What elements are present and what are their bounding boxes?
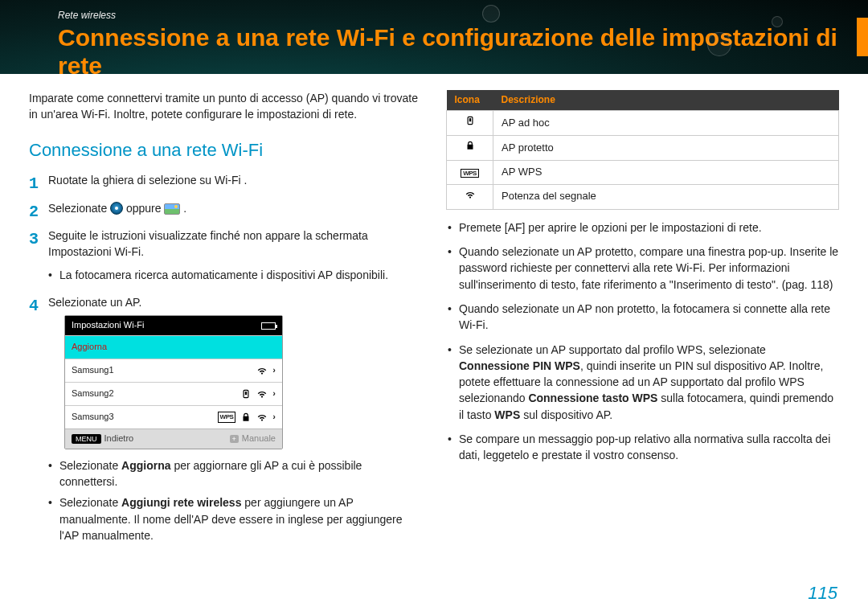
bullet-af: Premete [AF] per aprire le opzioni per l…: [446, 219, 839, 236]
ss-ap-name: Samsung1: [72, 364, 252, 377]
page-body: Imparate come connettervi tramite un pun…: [0, 74, 868, 555]
step-text: oppure: [126, 202, 164, 215]
step-text: Seguite le istruzioni visualizzate finch…: [48, 229, 368, 258]
ss-ap-name: Samsung3: [72, 411, 213, 424]
ss-title-bar: Impostazioni Wi-Fi: [65, 316, 282, 335]
step-text: Ruotate la ghiera di selezione su Wi-Fi …: [48, 174, 247, 187]
wps-icon: WPS: [461, 169, 479, 178]
chevron-right-icon: ›: [272, 364, 276, 377]
cell-desc: Potenza del segnale: [493, 184, 839, 209]
battery-icon: [261, 322, 276, 330]
cell-desc: AP protetto: [493, 136, 839, 161]
step-1: Ruotate la ghiera di selezione su Wi-Fi …: [29, 172, 422, 188]
step-2: Selezionate oppure .: [29, 200, 422, 216]
ss-back: MENUIndietro: [72, 433, 133, 445]
page-header: Rete wireless Connessione a una rete Wi-…: [0, 0, 868, 74]
ss-ap-row: Samsung1 ›: [65, 359, 282, 382]
section-tab-marker: [857, 18, 868, 56]
ss-manual: +Manuale: [230, 433, 276, 445]
step-text: .: [183, 202, 186, 215]
bullet-consent: Se compare un messaggio pop-up relativo …: [446, 431, 839, 464]
th-desc: Descrizione: [493, 90, 839, 111]
bullet-unprotected: Quando selezionate un AP non protetto, l…: [446, 301, 839, 334]
step-text: Selezionate un AP.: [48, 296, 142, 309]
step-3-sub: La fotocamera ricerca automaticamente i …: [48, 267, 422, 283]
ss-ap-name: Samsung2: [72, 387, 235, 400]
intro-text: Imparate come connettervi tramite un pun…: [29, 90, 422, 123]
svg-rect-3: [469, 118, 470, 121]
wifi-signal-icon: [256, 412, 268, 423]
lock-icon: [240, 412, 252, 423]
wifi-signal-icon: [256, 365, 268, 376]
chevron-right-icon: ›: [272, 411, 276, 424]
table-row: Potenza del segnale: [447, 184, 839, 209]
bokeh-circle: [707, 32, 731, 56]
ss-refresh-row: Aggiorna: [65, 335, 282, 359]
step-3: Seguite le istruzioni visualizzate finch…: [29, 228, 422, 283]
th-icon: Icona: [447, 90, 493, 111]
remote-viewfinder-icon: [110, 202, 123, 215]
ss-title: Impostazioni Wi-Fi: [72, 319, 144, 332]
right-bullets: Premete [AF] per aprire le opzioni per l…: [446, 219, 839, 464]
note-aggiorna: Selezionate Aggiorna per aggiornare gli …: [48, 457, 422, 490]
cell-desc: AP WPS: [493, 161, 839, 185]
note-aggiungi-rete: Selezionate Aggiungi rete wireless per a…: [48, 494, 422, 543]
bullet-wps: Se selezionate un AP supportato dal prof…: [446, 342, 839, 423]
icon-legend-table: Icona Descrizione AP ad hoc AP protetto …: [446, 90, 839, 210]
wps-icon: WPS: [218, 412, 236, 423]
af-key-label: AF: [508, 221, 522, 234]
breadcrumb: Rete wireless: [58, 10, 839, 21]
step-text: Selezionate: [48, 202, 110, 215]
adhoc-icon: [465, 115, 476, 126]
table-row: AP protetto: [447, 136, 839, 161]
table-row: AP ad hoc: [447, 111, 839, 136]
wifi-signal-icon: [256, 388, 268, 400]
wifi-signal-icon: [465, 189, 476, 200]
lock-icon: [465, 140, 476, 151]
ss-ap-row: Samsung3 WPS ›: [65, 405, 282, 428]
section-title: Connessione a una rete Wi-Fi: [29, 137, 422, 163]
plus-chip: +: [230, 435, 239, 443]
ss-refresh-label: Aggiorna: [72, 341, 276, 354]
left-column: Imparate come connettervi tramite un pun…: [29, 90, 422, 555]
ss-ap-row: Samsung2 ›: [65, 382, 282, 405]
chevron-right-icon: ›: [272, 387, 276, 400]
table-row: WPS AP WPS: [447, 161, 839, 185]
adhoc-icon: [240, 388, 252, 400]
bokeh-circle: [772, 16, 783, 27]
page-number: 115: [808, 583, 837, 604]
wifi-settings-screenshot: Impostazioni Wi-Fi Aggiorna Samsung1 › S…: [64, 315, 283, 449]
svg-rect-1: [245, 392, 247, 395]
photo-share-icon: [164, 203, 180, 215]
ss-footer: MENUIndietro +Manuale: [65, 428, 282, 449]
step-4: Selezionate un AP. Impostazioni Wi-Fi Ag…: [29, 294, 422, 543]
cell-desc: AP ad hoc: [493, 111, 839, 136]
bokeh-circle: [482, 5, 500, 23]
menu-chip: MENU: [72, 434, 101, 444]
bullet-protected: Quando selezionate un AP protetto, compa…: [446, 244, 839, 293]
right-column: Icona Descrizione AP ad hoc AP protetto …: [446, 90, 839, 555]
steps-list: Ruotate la ghiera di selezione su Wi-Fi …: [29, 172, 422, 543]
